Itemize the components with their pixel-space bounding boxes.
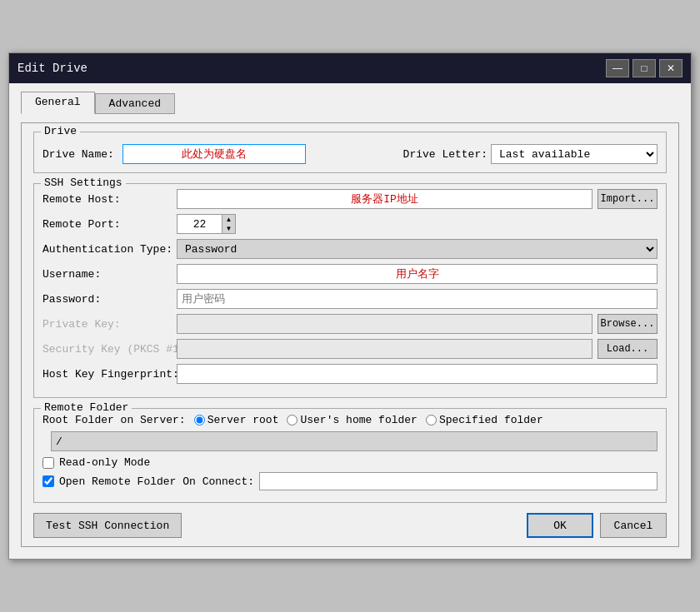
readonly-row: Read-only Mode — [42, 456, 658, 469]
remote-host-label: Remote Host: — [42, 193, 172, 206]
ssh-settings-group: SSH Settings Remote Host: Import... Remo… — [33, 183, 667, 398]
auth-type-row: Authentication Type: Password Key file A… — [42, 239, 658, 259]
auth-type-label: Authentication Type: — [42, 243, 172, 256]
rf-path-row — [42, 431, 658, 451]
form-body: Drive Drive Name: Drive Letter: Last ava… — [21, 122, 679, 547]
window-controls: — □ ✕ — [606, 59, 682, 77]
radio-server-root-input[interactable] — [194, 415, 205, 425]
private-key-row: Private Key: Browse... — [42, 314, 658, 334]
password-input[interactable] — [177, 289, 658, 309]
readonly-label: Read-only Mode — [59, 456, 150, 469]
security-key-row: Security Key (PKCS #11): Load... — [42, 339, 658, 359]
edit-drive-window: Edit Drive — □ ✕ General Advanced Drive … — [8, 52, 692, 560]
drive-name-input[interactable] — [122, 144, 306, 164]
password-row: Password: — [42, 289, 658, 309]
open-remote-checkbox[interactable] — [42, 475, 54, 487]
root-folder-label: Root Folder on Server: — [42, 414, 186, 426]
open-remote-row: Open Remote Folder On Connect: — [42, 472, 658, 490]
tab-bar: General Advanced — [21, 92, 679, 114]
drive-letter-wrap: Drive Letter: Last available A: B: C: D:… — [403, 144, 658, 164]
security-key-label: Security Key (PKCS #11): — [42, 343, 172, 356]
minimize-button[interactable]: — — [606, 59, 629, 77]
remote-folder-group: Remote Folder Root Folder on Server: Ser… — [33, 408, 667, 503]
radio-specified[interactable]: Specified folder — [426, 414, 543, 426]
port-spinner: ▲ ▼ — [222, 214, 236, 234]
readonly-checkbox[interactable] — [42, 457, 54, 469]
window-title: Edit Drive — [18, 62, 88, 75]
drive-name-label: Drive Name: — [42, 148, 114, 161]
ok-cancel-buttons: OK Cancel — [527, 513, 667, 538]
host-key-input[interactable] — [177, 364, 658, 384]
host-key-label: Host Key Fingerprint: — [42, 368, 172, 381]
private-key-label: Private Key: — [42, 318, 172, 331]
tab-advanced[interactable]: Advanced — [95, 93, 175, 114]
load-button[interactable]: Load... — [598, 339, 658, 359]
port-up-button[interactable]: ▲ — [222, 215, 235, 224]
test-ssh-button[interactable]: Test SSH Connection — [33, 513, 182, 538]
drive-letter-select[interactable]: Last available A: B: C: D: Z: — [491, 144, 658, 164]
username-row: Username: — [42, 264, 658, 284]
maximize-button[interactable]: □ — [632, 59, 656, 77]
tab-general[interactable]: General — [21, 92, 95, 114]
open-remote-label: Open Remote Folder On Connect: — [59, 475, 254, 488]
drive-group: Drive Drive Name: Drive Letter: Last ava… — [33, 132, 667, 173]
password-label: Password: — [42, 293, 172, 306]
title-bar: Edit Drive — □ ✕ — [9, 53, 691, 83]
port-row: ▲ ▼ — [177, 214, 236, 234]
auth-type-select[interactable]: Password Key file Agent — [177, 239, 658, 259]
open-remote-path-input[interactable] — [259, 472, 658, 490]
remote-folder-label: Remote Folder — [41, 401, 132, 414]
window-content: General Advanced Drive Drive Name: Drive… — [9, 83, 691, 559]
host-key-row: Host Key Fingerprint: — [42, 364, 658, 384]
radio-specified-input[interactable] — [426, 415, 437, 425]
drive-letter-label: Drive Letter: — [403, 148, 488, 161]
ok-button[interactable]: OK — [527, 513, 593, 538]
drive-row: Drive Name: Drive Letter: Last available… — [42, 144, 658, 164]
radio-home-folder[interactable]: User's home folder — [287, 414, 417, 426]
remote-host-input[interactable] — [177, 189, 592, 209]
radio-home-folder-input[interactable] — [287, 415, 298, 425]
radio-specified-label: Specified folder — [439, 414, 543, 426]
radio-home-folder-label: User's home folder — [300, 414, 417, 426]
browse-button[interactable]: Browse... — [598, 314, 658, 334]
import-button[interactable]: Import... — [598, 189, 658, 209]
port-down-button[interactable]: ▼ — [222, 224, 235, 233]
remote-port-input[interactable] — [177, 214, 222, 234]
cancel-button[interactable]: Cancel — [600, 513, 667, 538]
radio-server-root-label: Server root — [208, 414, 279, 426]
username-label: Username: — [42, 268, 172, 281]
private-key-input[interactable] — [177, 314, 592, 334]
remote-port-row: Remote Port: ▲ ▼ — [42, 214, 658, 234]
remote-host-row: Remote Host: Import... — [42, 189, 658, 209]
radio-server-root[interactable]: Server root — [194, 414, 279, 426]
close-button[interactable]: ✕ — [659, 59, 682, 77]
username-input[interactable] — [177, 264, 658, 284]
drive-group-label: Drive — [41, 125, 80, 137]
ssh-group-label: SSH Settings — [41, 177, 126, 189]
security-key-input[interactable] — [177, 339, 592, 359]
footer-buttons: Test SSH Connection OK Cancel — [33, 513, 667, 538]
rf-path-input[interactable] — [51, 431, 658, 451]
rf-radios: Root Folder on Server: Server root User'… — [42, 414, 658, 426]
remote-port-label: Remote Port: — [42, 218, 172, 231]
